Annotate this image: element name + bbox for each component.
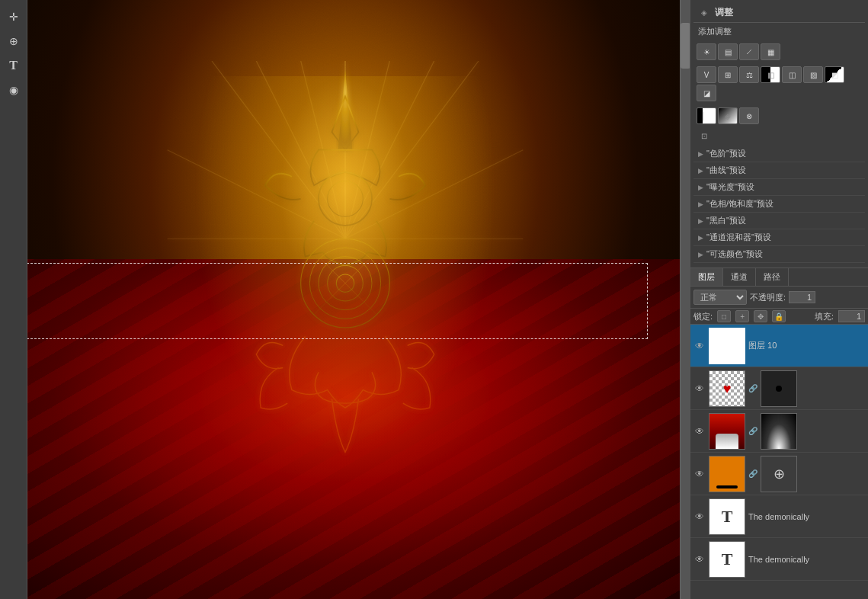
clip-to-layer-btn[interactable]: ⊡ [697,129,712,143]
adj-icons-row-2: V ⊞ ⚖ ◧ ◫ ▨ ◩ ◪ [693,63,865,104]
type-tool-button[interactable]: T [3,55,24,76]
adj-photo-btn[interactable]: ◫ [782,66,802,83]
layer-item-orange[interactable]: 👁 🔗 ⊕ [690,453,868,495]
adj-hsl-btn[interactable]: ⊞ [718,66,738,83]
adj-channel-btn[interactable]: ▨ [803,66,823,83]
adj-list-curves[interactable]: ▶ "曲线"预设 [693,162,865,179]
adj-exposure-btn[interactable]: ▦ [761,43,780,60]
mask-dot [776,386,782,392]
adj-threshold-btn[interactable]: ▏ [697,107,716,124]
camera-raw-button[interactable]: ◉ [3,79,24,101]
adj-bw-btn[interactable]: ◧ [761,66,780,83]
layer-info: 图层 10 [748,340,865,351]
layer-effect-icon: ⊕ [761,456,797,492]
canvas-scrollbar[interactable] [680,0,690,599]
adj-list-label: "曲线"预设 [706,165,746,176]
layer-link-icon: 🔗 [748,413,757,450]
tab-layers[interactable]: 图层 [690,268,723,286]
layer-visibility-toggle[interactable]: 👁 [693,553,706,565]
blend-mode-select[interactable]: 正常 溶解 正片叠底 滤色 叠加 [693,290,747,305]
left-toolbar: ✛ ⊕ T ◉ [0,0,27,599]
adj-list-hsl[interactable]: ▶ "色相/饱和度"预设 [693,196,865,213]
adj-list-levels[interactable]: ▶ "色阶"预设 [693,146,865,162]
panel-header: ◈ 调整 [693,3,865,23]
layer-thumb-heart-icon: ♥ [723,380,732,396]
move-tool-button[interactable]: ✛ [3,6,24,27]
adj-selective-btn[interactable]: ⊗ [739,107,759,124]
adj-list-label: "色相/饱和度"预设 [706,198,774,210]
layer-item-heart[interactable]: 👁 ♥ 🔗 [690,367,868,410]
opacity-input[interactable] [789,291,815,303]
adj-vibrance-btn[interactable]: V [697,66,716,83]
adj-arrow: ▶ [698,150,703,158]
layer-list-empty [690,581,868,599]
selection-tool-button[interactable]: ⊕ [3,30,24,52]
layers-panel: 图层 通道 路径 正常 溶解 正片叠底 滤色 叠加 不透明度: 锁定: □ + … [690,268,868,599]
layer-visibility-toggle[interactable]: 👁 [693,511,706,523]
layer-thumbnail: T [709,498,745,535]
adj-arrow: ▶ [698,200,703,208]
lock-position-btn[interactable]: ✥ [754,310,767,322]
fill-label: 填充: [815,311,834,322]
lock-all-btn[interactable]: 🔒 [772,310,786,322]
adj-gradient-btn[interactable]: ◈ [718,107,738,124]
layers-tabs: 图层 通道 路径 [690,268,868,287]
adj-list-bw[interactable]: ▶ "黑白"预设 [693,213,865,229]
adj-list-selective[interactable]: ▶ "可选颜色"预设 [693,246,865,263]
ornament-svg [117,61,574,594]
adj-icons-row-1: ☀ ▤ ⟋ ▦ [693,40,865,63]
layer-info: The demonically [748,512,865,521]
adj-curves-btn[interactable]: ⟋ [739,43,759,60]
layer-item-text1[interactable]: 👁 T The demonically [690,495,868,538]
lock-row: 锁定: □ + ✥ 🔒 填充: [690,309,868,325]
layer-thumbnail: T [709,541,745,578]
layer-visibility-toggle[interactable]: 👁 [693,383,706,395]
layer-thumbnail [709,456,745,492]
layer-list: 👁 图层 10 👁 ♥ 🔗 👁 [690,325,868,599]
layer-visibility-toggle[interactable]: 👁 [693,468,706,480]
add-adjustment-label: 添加调整 [698,27,732,36]
adj-list-label: "黑白"预设 [706,215,746,226]
layer-item-layer10[interactable]: 👁 图层 10 [690,325,868,367]
panel-title: 调整 [715,6,733,19]
layer-item-text2[interactable]: 👁 T The demonically [690,538,868,581]
tab-paths[interactable]: 路径 [756,268,789,286]
layer-mask-thumbnail [761,370,797,407]
canvas-scrollbar-thumb[interactable] [681,23,690,69]
lock-label: 锁定: [693,311,713,322]
adj-list: ▶ "色阶"预设 ▶ "曲线"预设 ▶ "曝光度"预设 ▶ "色相/饱和度"预设… [693,144,865,264]
right-panel: ◈ 调整 添加调整 ☀ ▤ ⟋ ▦ V ⊞ ⚖ ◧ ◫ ▨ ◩ ◪ ▏ ◈ [690,0,868,599]
layer-link-icon: 🔗 [748,370,757,407]
canvas-area: ✛ ⊕ T ◉ [0,0,690,599]
adj-brightness-btn[interactable]: ☀ [697,43,716,60]
layer-visibility-toggle[interactable]: 👁 [693,340,706,352]
orange-stripe [716,485,738,488]
layer-thumbnail [709,413,745,450]
adj-list-exposure[interactable]: ▶ "曝光度"预设 [693,179,865,196]
layer-mask-thumbnail [761,413,797,450]
layer-name: 图层 10 [748,340,865,351]
adj-icons-row-3: ▏ ◈ ⊗ [693,104,865,127]
adj-list-channel-mixer[interactable]: ▶ "通道混和器"预设 [693,229,865,246]
layer-thumbnail: ♥ [709,370,745,407]
layer-item-arch[interactable]: 👁 🔗 [690,410,868,453]
adj-list-label: "通道混和器"预设 [706,232,771,243]
opacity-label: 不透明度: [750,292,786,303]
small-icons-row: ⊡ [693,127,865,144]
layer-name: The demonically [748,512,865,521]
tab-channels[interactable]: 通道 [723,268,756,286]
fill-input[interactable] [838,310,865,322]
layer-info: The demonically [748,555,865,564]
layer-name: The demonically [748,555,865,564]
adj-balance-btn[interactable]: ⚖ [739,66,759,83]
adj-levels-btn[interactable]: ▤ [718,43,738,60]
lock-pixels-btn[interactable]: + [735,310,749,322]
adj-arrow: ▶ [698,217,703,225]
adj-invert-btn[interactable]: ◩ [825,66,844,83]
adj-posterize-btn[interactable]: ◪ [697,85,716,101]
layer-link-icon: 🔗 [748,456,757,492]
lock-transparent-btn[interactable]: □ [717,310,731,322]
adj-list-label: "可选颜色"预设 [706,248,763,260]
layer-visibility-toggle[interactable]: 👁 [693,425,706,437]
canvas-image [0,0,690,599]
